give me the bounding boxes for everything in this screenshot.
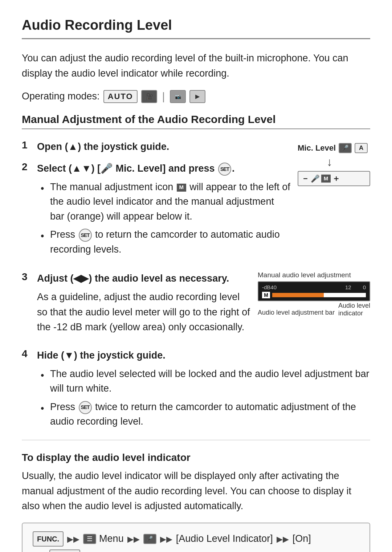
step-2-content: Select (▲▼) [🎤 Mic. Level] and press SET…: [37, 161, 290, 260]
nav-arrow-1: ▶▶: [67, 532, 79, 546]
audio-level-bar-label: Audio level adjustment bar: [258, 309, 335, 316]
step-4-number: 4: [22, 348, 32, 360]
step-2-number: 2: [22, 161, 32, 173]
nav-box: FUNC. ▶▶ ☰ Menu ▶▶ 🎤 ▶▶ [Audio Level Ind…: [22, 523, 370, 552]
audio-indicator-illustration: Manual audio level adjustment -dB40 12 0…: [258, 271, 370, 316]
nav-arrow-2: ▶▶: [127, 532, 140, 546]
step-2-bullet-2: Press SET to return the camcorder to aut…: [50, 227, 290, 257]
step-4-bullet-1: The audio level selected will be locked …: [50, 367, 370, 396]
mic-a-box: A: [355, 143, 368, 153]
audio-indicator-box: -dB40 12 0 M: [258, 281, 370, 301]
intro-text: You can adjust the audio recording level…: [22, 51, 370, 81]
nav-menu-icon: ☰: [83, 534, 96, 544]
nav-menu-label: Menu: [99, 531, 124, 547]
step-3-number: 3: [22, 271, 32, 283]
nav-option-label: [On]: [293, 531, 311, 547]
step-2: 2 Select (▲▼) [🎤 Mic. Level] and press S…: [22, 161, 290, 260]
section-heading: Manual Adjustment of the Audio Recording…: [22, 113, 370, 129]
mic-controls-bar: － 🎤 M ＋: [298, 171, 370, 186]
mic-arrow: ↓: [298, 155, 370, 169]
nav-arrow-5: ▶▶: [33, 550, 46, 552]
nav-submenu-label: [Audio Level Indicator]: [176, 531, 273, 547]
mic-level-illustration: Mic. Level 🎤 A ↓ － 🎤 M ＋: [298, 143, 370, 186]
mode-icon-video: 🎥: [141, 90, 157, 103]
mode-icon-play: ▶: [189, 90, 205, 103]
mic-icon: 🎤: [339, 143, 352, 153]
page-title: Audio Recording Level: [22, 17, 370, 39]
step-3: 3 Adjust (◀▶) the audio level as necessa…: [22, 271, 370, 342]
nav-submenu-icon: 🎤: [143, 534, 156, 544]
mic-level-label: Mic. Level 🎤 A: [298, 143, 370, 153]
step-1-number: 1: [22, 139, 32, 151]
step-4-bullet-2: Press SET twice to return the camcorder …: [50, 400, 370, 429]
mode-separator: |: [162, 90, 165, 103]
step-2-bullet-1: The manual adjustment icon M will appear…: [50, 180, 290, 224]
to-display-heading: To display the audio level indicator: [22, 452, 370, 463]
manual-audio-label: Manual audio level adjustment: [258, 271, 370, 279]
step-4: 4 Hide (▼) the joystick guide. • The aud…: [22, 348, 370, 433]
operating-modes-label: Operating modes:: [22, 91, 100, 102]
step-4-content: Hide (▼) the joystick guide. • The audio…: [37, 348, 370, 433]
nav-arrow-4: ▶▶: [277, 532, 289, 546]
step-1-content: Open (▲) the joystick guide.: [37, 139, 290, 154]
step-1: 1 Open (▲) the joystick guide.: [22, 139, 290, 154]
mode-icon-camera: 📷: [170, 90, 186, 103]
operating-modes-row: Operating modes: AUTO 🎥 | 📷 ▶: [22, 90, 370, 103]
nav-arrow-3: ▶▶: [160, 532, 172, 546]
nav-func-end: FUNC.: [49, 549, 80, 552]
mode-badge-auto: AUTO: [103, 90, 138, 103]
step-3-content: Adjust (◀▶) the audio level as necessary…: [37, 271, 250, 335]
to-display-text: Usually, the audio level indicator will …: [22, 469, 370, 514]
nav-func-start: FUNC.: [33, 531, 64, 547]
audio-level-indicator-label: Audio levelindicator: [338, 302, 370, 317]
